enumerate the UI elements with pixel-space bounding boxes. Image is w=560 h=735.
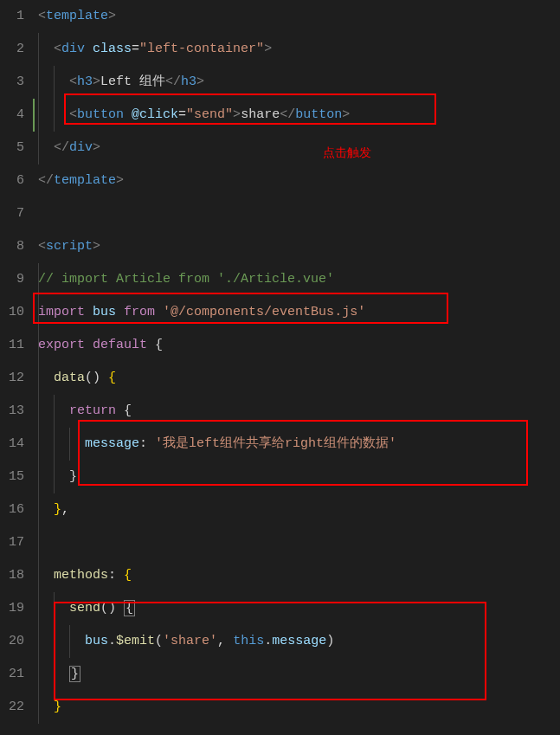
code-line[interactable]: import bus from '@/components/eventBus.j… bbox=[33, 296, 560, 329]
line-number: 1 bbox=[0, 0, 24, 33]
code-line[interactable]: </div> bbox=[33, 132, 560, 164]
gutter-modified-icon bbox=[33, 99, 35, 132]
line-number: 3 bbox=[0, 66, 24, 99]
code-line[interactable]: return { bbox=[33, 395, 560, 428]
code-line[interactable]: <div class="left-container"> bbox=[33, 33, 560, 66]
code-line[interactable]: <button @click="send">share</button> bbox=[33, 99, 560, 132]
code-line[interactable] bbox=[33, 526, 560, 559]
line-number: 22 bbox=[0, 691, 24, 724]
line-number: 8 bbox=[0, 230, 24, 263]
code-line[interactable]: </template> bbox=[33, 164, 560, 197]
code-line[interactable]: data() { bbox=[33, 362, 560, 395]
code-line[interactable]: }, bbox=[33, 493, 560, 526]
code-line[interactable] bbox=[33, 197, 560, 230]
line-number-gutter: 1 2 3 4 5 6 7 8 9 10 11 12 13 14 15 16 1… bbox=[0, 0, 33, 735]
code-line[interactable]: bus.$emit('share', this.message) bbox=[33, 625, 560, 658]
code-line[interactable]: message: '我是left组件共享给right组件的数据' bbox=[33, 428, 560, 461]
code-line[interactable]: <h3>Left 组件</h3> bbox=[33, 66, 560, 99]
line-number: 5 bbox=[0, 132, 24, 164]
code-area[interactable]: <template> <div class="left-container"> … bbox=[33, 0, 560, 735]
line-number: 21 bbox=[0, 658, 24, 691]
line-number: 7 bbox=[0, 197, 24, 230]
line-number: 6 bbox=[0, 164, 24, 197]
line-number: 13 bbox=[0, 395, 24, 428]
line-number: 17 bbox=[0, 526, 24, 559]
line-number: 19 bbox=[0, 592, 24, 625]
line-number: 15 bbox=[0, 461, 24, 493]
code-line[interactable]: <script> bbox=[33, 230, 560, 263]
code-line[interactable]: // import Article from './Article.vue' bbox=[33, 263, 560, 296]
code-line[interactable]: <template> bbox=[33, 0, 560, 33]
code-line[interactable]: } bbox=[33, 691, 560, 724]
annotation-text: 点击触发 bbox=[323, 145, 371, 161]
line-number: 18 bbox=[0, 559, 24, 592]
code-line[interactable]: send() { bbox=[33, 592, 560, 625]
code-line[interactable]: } bbox=[33, 461, 560, 493]
code-line[interactable]: methods: { bbox=[33, 559, 560, 592]
code-editor[interactable]: 1 2 3 4 5 6 7 8 9 10 11 12 13 14 15 16 1… bbox=[0, 0, 560, 735]
line-number: 20 bbox=[0, 625, 24, 658]
line-number: 11 bbox=[0, 329, 24, 362]
line-number: 14 bbox=[0, 428, 24, 461]
line-number: 16 bbox=[0, 493, 24, 526]
line-number: 10 bbox=[0, 296, 24, 329]
line-number: 2 bbox=[0, 33, 24, 66]
line-number: 12 bbox=[0, 362, 24, 395]
code-line[interactable]: } bbox=[33, 658, 560, 691]
line-number: 4 bbox=[0, 99, 24, 132]
line-number: 9 bbox=[0, 263, 24, 296]
code-line[interactable]: export default { bbox=[33, 329, 560, 362]
